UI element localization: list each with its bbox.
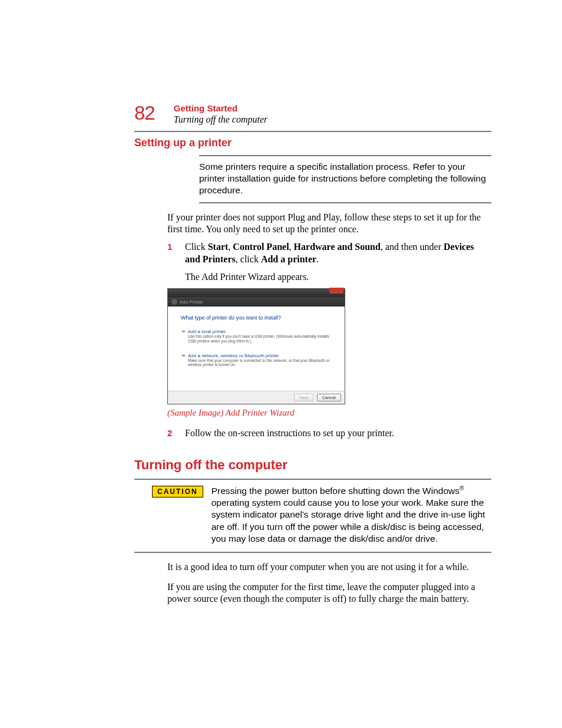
step-2-text: Follow the on-screen instructions to set… — [185, 427, 491, 440]
bold: Control Panel — [233, 242, 289, 252]
add-printer-wizard-image: Add Printer What type of printer do you … — [167, 288, 345, 404]
wizard-option-network: ➔ Add a network, wireless or Bluetooth p… — [181, 353, 334, 368]
cancel-button: Cancel — [317, 394, 341, 401]
close-icon — [329, 288, 343, 294]
divider — [134, 479, 491, 480]
step-1: 1 Click Start, Control Panel, Hardware a… — [167, 241, 491, 266]
step-1-text: Click Start, Control Panel, Hardware and… — [185, 241, 491, 266]
back-icon — [171, 299, 177, 305]
step-2: 2 Follow the on-screen instructions to s… — [167, 427, 491, 440]
breadcrumb-label: Add Printer — [180, 299, 203, 305]
divider — [134, 131, 491, 132]
arrow-icon: ➔ — [181, 353, 186, 358]
step-number: 1 — [167, 241, 185, 266]
header-section: Turning off the computer — [174, 114, 268, 125]
option-title: Add a network, wireless or Bluetooth pri… — [188, 353, 279, 358]
wizard-option-local: ➔ Add a local printer Use this option on… — [181, 329, 334, 344]
caution-text: Pressing the power button before shuttin… — [211, 485, 491, 545]
text: , click — [236, 254, 261, 264]
page-number: 82 — [134, 103, 155, 123]
heading-setting-up-printer: Setting up a printer — [134, 137, 491, 149]
wizard-titlebar — [168, 289, 345, 297]
bold: Hardware and Sound — [294, 242, 381, 252]
next-button: Next — [294, 394, 313, 401]
option-title: Add a local printer — [188, 329, 226, 334]
wizard-breadcrumb: Add Printer — [168, 297, 345, 307]
step-1-result: The Add Printer Wizard appears. — [185, 272, 491, 282]
header-chapter: Getting Started — [174, 103, 268, 113]
wizard-question: What type of printer do you want to inst… — [181, 315, 334, 321]
option-desc: Make sure that your computer is connecte… — [188, 358, 334, 368]
turnoff-p2: If you are using the computer for the fi… — [167, 581, 491, 605]
text: , and then under — [381, 242, 444, 252]
text: , — [289, 242, 294, 252]
option-desc: Use this option only if you don't have a… — [188, 334, 334, 344]
turnoff-p1: It is a good idea to turn off your compu… — [167, 561, 491, 573]
arrow-icon: ➔ — [181, 329, 186, 334]
divider — [199, 155, 491, 156]
wizard-footer: Next Cancel — [168, 391, 345, 404]
text: Click — [185, 242, 208, 252]
divider — [134, 552, 491, 553]
caution-badge: CAUTION — [152, 486, 203, 498]
printer-intro: If your printer does not support Plug an… — [167, 212, 491, 235]
text: . — [316, 254, 319, 264]
text: operating system could cause you to lose… — [211, 498, 485, 543]
bold: Add a printer — [261, 254, 316, 264]
bold: Start — [208, 242, 229, 252]
step-number: 2 — [167, 427, 185, 440]
image-caption: (Sample Image) Add Printer Wizard — [167, 408, 491, 418]
divider — [199, 202, 491, 203]
caution-block: CAUTION Pressing the power button before… — [71, 485, 491, 545]
printer-note: Some printers require a specific install… — [199, 161, 491, 196]
registered-icon: ® — [459, 485, 464, 492]
heading-turning-off: Turning off the computer — [134, 457, 491, 473]
text: Pressing the power button before shuttin… — [211, 486, 459, 496]
